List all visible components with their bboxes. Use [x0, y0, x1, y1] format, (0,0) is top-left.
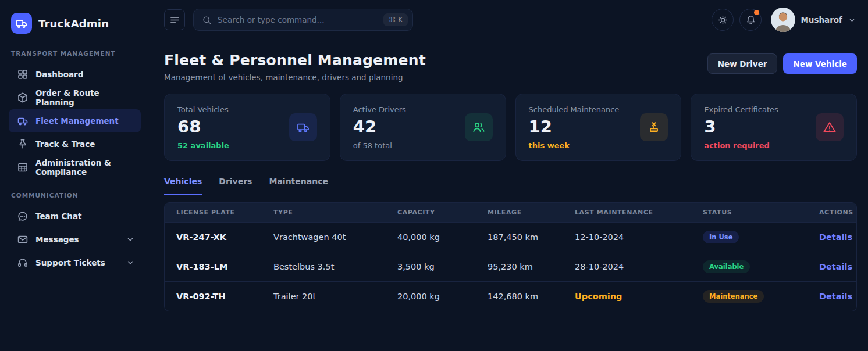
search-shortcut-badge: ⌘ K: [383, 13, 408, 26]
sidebar-nav-communication: Team Chat Messages Support Tickets: [9, 205, 141, 274]
cell-last-maintenance: 28-10-2024: [575, 262, 703, 271]
sidebar-item-label: Fleet Management: [35, 116, 119, 126]
status-badge: Available: [703, 260, 750, 273]
grid-icon: [17, 69, 29, 80]
cell-status: Maintenance: [703, 290, 819, 303]
sidebar-item-track-trace[interactable]: Track & Trace: [9, 132, 141, 156]
notifications-button[interactable]: [739, 9, 762, 31]
sidebar-item-fleet-management[interactable]: Fleet Management: [9, 109, 141, 132]
column-header-type: TYPE: [273, 209, 397, 216]
cell-mileage: 187,450 km: [488, 232, 575, 242]
title-actions: New Driver New Vehicle: [707, 52, 857, 74]
cell-last-maintenance: 12-10-2024: [575, 232, 703, 242]
tab-drivers[interactable]: Drivers: [219, 177, 252, 195]
sidebar: TruckAdmin TRANSPORT MANAGEMENT Dashboar…: [0, 0, 150, 351]
status-badge: In Use: [703, 231, 739, 243]
cell-type: Vrachtwagen 40t: [273, 232, 397, 242]
brand: TruckAdmin: [9, 13, 141, 34]
search-box[interactable]: ⌘ K: [193, 9, 413, 31]
cell-actions: Details: [819, 232, 852, 242]
sidebar-section-communication: COMMUNICATION: [9, 192, 141, 199]
stat-sub: of 58 total: [353, 141, 406, 150]
stat-card-expired-certificates: Expired Certificates 3 action required: [691, 94, 857, 161]
details-link[interactable]: Details: [819, 232, 852, 242]
sidebar-item-label: Track & Trace: [35, 139, 95, 149]
package-icon: [17, 92, 29, 103]
cell-capacity: 40,000 kg: [397, 232, 488, 242]
brand-name: TruckAdmin: [38, 17, 109, 30]
chevron-down-icon: [848, 16, 856, 24]
new-vehicle-button[interactable]: New Vehicle: [783, 53, 857, 74]
table-icon: [17, 162, 29, 173]
stat-sub: this week: [529, 141, 620, 150]
search-icon: [202, 15, 212, 25]
sidebar-item-label: Team Chat: [35, 212, 82, 221]
stat-label: Scheduled Maintenance: [529, 105, 620, 114]
users-icon: [465, 113, 493, 141]
page-content: Fleet & Personnel Management Management …: [150, 40, 868, 351]
sidebar-item-label: Order & Route Planning: [35, 88, 135, 107]
details-link[interactable]: Details: [819, 262, 852, 271]
sidebar-item-support-tickets[interactable]: Support Tickets: [9, 251, 141, 274]
hamburger-icon: [169, 15, 180, 26]
truck-icon: [17, 115, 29, 127]
topbar: ⌘ K Musharof: [150, 0, 868, 40]
bell-icon: [745, 15, 756, 26]
stat-card-total-vehicles: Total Vehicles 68 52 available: [164, 94, 330, 161]
stat-sub: action required: [704, 141, 778, 150]
user-menu[interactable]: Musharof: [771, 8, 856, 32]
stat-value: 42: [353, 119, 406, 135]
stat-text: Total Vehicles 68 52 available: [177, 105, 229, 150]
column-header-license-plate: LICENSE PLATE: [176, 209, 273, 216]
table-row: VR-092-TH Trailer 20t 20,000 kg 142,680 …: [165, 281, 856, 311]
stat-value: 12: [529, 119, 620, 135]
cell-type: Bestelbus 3.5t: [273, 262, 397, 271]
toolbox-icon: [640, 113, 668, 141]
column-header-actions: ACTIONS: [819, 209, 853, 216]
sidebar-item-messages[interactable]: Messages: [9, 228, 141, 251]
sidebar-item-order-route-planning[interactable]: Order & Route Planning: [9, 86, 141, 109]
sidebar-item-label: Dashboard: [35, 70, 83, 79]
tab-vehicles[interactable]: Vehicles: [164, 177, 202, 195]
stat-label: Active Drivers: [353, 105, 406, 114]
cell-license-plate: VR-092-TH: [176, 292, 273, 301]
title-block: Fleet & Personnel Management Management …: [164, 52, 426, 82]
topbar-right: Musharof: [712, 8, 856, 32]
stat-text: Scheduled Maintenance 12 this week: [529, 105, 620, 150]
table-row: VR-247-XK Vrachtwagen 40t 40,000 kg 187,…: [165, 222, 856, 252]
table-row: VR-183-LM Bestelbus 3.5t 3,500 kg 95,230…: [165, 252, 856, 281]
user-name: Musharof: [801, 15, 842, 24]
truck-icon: [289, 113, 317, 141]
column-header-last-maintenance: LAST MAINTENANCE: [575, 209, 703, 216]
cell-status: In Use: [703, 231, 819, 243]
details-link[interactable]: Details: [819, 292, 852, 301]
stat-sub: 52 available: [177, 141, 229, 150]
stat-card-scheduled-maintenance: Scheduled Maintenance 12 this week: [515, 94, 682, 161]
column-header-capacity: CAPACITY: [397, 209, 488, 216]
stat-cards: Total Vehicles 68 52 available Active Dr…: [164, 94, 857, 161]
tab-bar: Vehicles Drivers Maintenance: [164, 177, 857, 195]
sidebar-section-transport: TRANSPORT MANAGEMENT: [9, 50, 141, 57]
search-input[interactable]: [218, 15, 378, 24]
theme-toggle-button[interactable]: [712, 9, 734, 31]
stat-label: Expired Certificates: [704, 105, 778, 114]
column-header-status: STATUS: [703, 209, 819, 216]
stat-text: Expired Certificates 3 action required: [704, 105, 778, 150]
cell-license-plate: VR-247-XK: [176, 232, 273, 242]
status-badge: Maintenance: [703, 290, 764, 303]
tab-maintenance[interactable]: Maintenance: [269, 177, 328, 195]
sidebar-toggle-button[interactable]: [164, 9, 185, 30]
sidebar-item-team-chat[interactable]: Team Chat: [9, 205, 141, 228]
column-header-mileage: MILEAGE: [488, 209, 575, 216]
cell-status: Available: [703, 260, 819, 273]
new-driver-button[interactable]: New Driver: [707, 53, 778, 74]
chevron-down-icon: [126, 235, 135, 244]
stat-value: 68: [177, 119, 229, 135]
vehicles-table: LICENSE PLATE TYPE CAPACITY MILEAGE LAST…: [164, 202, 857, 311]
cell-mileage: 95,230 km: [488, 262, 575, 271]
sidebar-item-administration-compliance[interactable]: Administration & Compliance: [9, 156, 141, 179]
sidebar-item-dashboard[interactable]: Dashboard: [9, 63, 141, 86]
cell-mileage: 142,680 km: [488, 292, 575, 301]
notification-dot: [754, 10, 759, 15]
cell-type: Trailer 20t: [273, 292, 397, 301]
